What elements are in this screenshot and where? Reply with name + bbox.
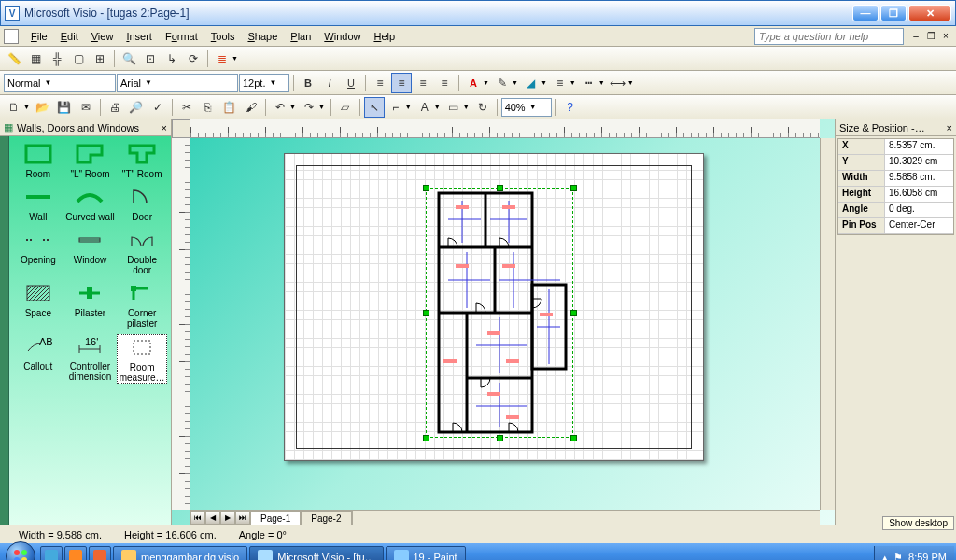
prev-page-button[interactable]: ◀ — [205, 511, 220, 525]
print-button[interactable]: 🖨 — [105, 97, 125, 118]
snap-icon[interactable]: ⊞ — [90, 49, 110, 69]
shape-curved-wall[interactable]: Curved wall — [65, 185, 116, 222]
undo-button[interactable]: ↶ — [270, 97, 290, 118]
style-combo[interactable]: Normal▼ — [4, 74, 116, 92]
ruler-icon[interactable]: 📏 — [4, 49, 24, 69]
mdi-restore[interactable]: ❐ — [924, 30, 937, 43]
line-pattern-button[interactable]: ┅ — [579, 73, 599, 93]
fontsize-combo[interactable]: 12pt.▼ — [239, 74, 289, 92]
align-justify-button[interactable]: ≡ — [434, 73, 455, 93]
align-center-button[interactable]: ≡ — [391, 73, 412, 93]
menu-format[interactable]: Format — [159, 29, 204, 44]
next-page-button[interactable]: ▶ — [220, 511, 235, 525]
grid-icon[interactable]: ▦ — [25, 49, 46, 69]
horizontal-ruler[interactable] — [190, 119, 820, 138]
font-combo[interactable]: Arial▼ — [117, 74, 238, 92]
cut-button[interactable]: ✂ — [176, 97, 197, 118]
page[interactable] — [284, 153, 704, 461]
rotate-tool[interactable]: ↻ — [472, 97, 493, 118]
new-button[interactable]: 🗋 — [4, 97, 24, 118]
help-search-input[interactable] — [754, 28, 904, 45]
menu-tools[interactable]: Tools — [204, 29, 242, 44]
mdi-minimize[interactable]: – — [909, 30, 922, 43]
vertical-scrollbar[interactable] — [820, 138, 835, 510]
format-painter-button[interactable]: 🖌 — [241, 97, 261, 118]
horizontal-scrollbar[interactable] — [352, 511, 821, 525]
sp-row-y[interactable]: Y10.3029 cm — [838, 155, 953, 171]
connector-tool-icon[interactable]: ↳ — [162, 49, 182, 69]
paste-button[interactable]: 📋 — [219, 97, 240, 118]
spelling-button[interactable]: ✓ — [148, 97, 168, 118]
zoom-icon[interactable]: 🔍 — [119, 49, 139, 69]
tab-page-2[interactable]: Page-2 — [301, 511, 351, 525]
clock[interactable]: 8:59 PM — [908, 552, 947, 560]
shape-double-door[interactable]: Double door — [117, 228, 167, 275]
menu-plan[interactable]: Plan — [284, 29, 317, 44]
shape-l-room[interactable]: "L" Room — [65, 142, 116, 179]
shape-wall[interactable]: Wall — [13, 185, 63, 222]
pointer-tool[interactable]: ↖ — [364, 97, 385, 118]
selection-handle[interactable] — [497, 435, 503, 441]
redo-button[interactable]: ↷ — [299, 97, 319, 118]
sp-row-pinpos[interactable]: Pin PosCenter-Cer — [838, 218, 953, 234]
selection-handle[interactable] — [423, 310, 429, 316]
help-button[interactable]: ? — [560, 97, 581, 118]
minimize-button[interactable]: — — [852, 5, 879, 21]
quick-launch-ie[interactable] — [40, 546, 63, 560]
fill-color-button[interactable]: ◢ — [521, 73, 541, 93]
email-button[interactable]: ✉ — [76, 97, 96, 118]
connector-tool[interactable]: ⌐ — [386, 97, 406, 118]
stencil-close[interactable]: × — [162, 122, 167, 133]
shape-door[interactable]: Door — [117, 185, 167, 222]
menu-help[interactable]: Help — [367, 29, 401, 44]
last-page-button[interactable]: ⏭ — [235, 511, 250, 525]
selection-handle[interactable] — [570, 435, 577, 441]
close-button[interactable]: ✕ — [908, 5, 951, 21]
shape-corner-pilaster[interactable]: Corner pilaster — [117, 281, 167, 329]
document-icon[interactable] — [4, 29, 19, 44]
guides-icon[interactable]: ╬ — [47, 49, 67, 69]
align-right-button[interactable]: ≡ — [413, 73, 433, 93]
underline-button[interactable]: U — [341, 73, 361, 93]
sp-row-height[interactable]: Height16.6058 cm — [838, 187, 953, 203]
floorplan[interactable] — [429, 191, 569, 434]
font-color-button[interactable]: A — [463, 73, 484, 93]
system-tray[interactable]: ▴ ⚑ 8:59 PM — [874, 546, 954, 560]
shape-window[interactable]: Window — [65, 228, 116, 275]
stencil-sidebar[interactable] — [0, 136, 9, 525]
layers-icon[interactable]: ≣ — [212, 49, 232, 69]
canvas[interactable] — [190, 138, 820, 510]
drawing-area[interactable]: ⏮ ◀ ▶ ⏭ Page-1 Page-2 — [172, 119, 835, 525]
menu-window[interactable]: Window — [317, 29, 367, 44]
menu-shape[interactable]: Shape — [241, 29, 284, 44]
shape-callout[interactable]: ABCCallout — [13, 334, 63, 384]
first-page-button[interactable]: ⏮ — [190, 511, 205, 525]
connect-points-icon[interactable]: ▢ — [68, 49, 89, 69]
sp-row-angle[interactable]: Angle0 deg. — [838, 203, 953, 218]
open-button[interactable]: 📂 — [33, 97, 53, 118]
maximize-button[interactable]: ❐ — [880, 5, 907, 21]
quick-launch-firefox[interactable] — [89, 546, 111, 560]
tray-flag-icon[interactable]: ⚑ — [893, 552, 903, 561]
print-preview-button[interactable]: 🔎 — [126, 97, 147, 118]
start-button[interactable] — [2, 543, 39, 560]
task-visio[interactable]: Microsoft Visio - [tu… — [249, 546, 383, 560]
size-position-close[interactable]: × — [947, 122, 952, 133]
tab-page-1[interactable]: Page-1 — [250, 511, 301, 525]
text-tool[interactable]: A — [415, 97, 435, 118]
selection-handle[interactable] — [423, 185, 429, 191]
save-button[interactable]: 💾 — [54, 97, 75, 118]
selection-handle[interactable] — [423, 435, 429, 441]
mdi-close[interactable]: × — [939, 30, 952, 43]
line-color-button[interactable]: ✎ — [492, 73, 513, 93]
shape-space[interactable]: Space — [13, 281, 63, 329]
sp-row-x[interactable]: X8.5357 cm. — [838, 139, 953, 155]
menu-view[interactable]: View — [85, 29, 120, 44]
shape-pilaster[interactable]: Pilaster — [65, 281, 116, 329]
selection-handle[interactable] — [570, 310, 577, 316]
selection-handle[interactable] — [497, 185, 503, 191]
copy-button[interactable]: ⎘ — [198, 97, 218, 118]
sp-row-width[interactable]: Width9.5858 cm. — [838, 171, 953, 187]
auto-connect-icon[interactable]: ⟳ — [183, 49, 204, 69]
shape-t-room[interactable]: "T" Room — [117, 142, 167, 179]
